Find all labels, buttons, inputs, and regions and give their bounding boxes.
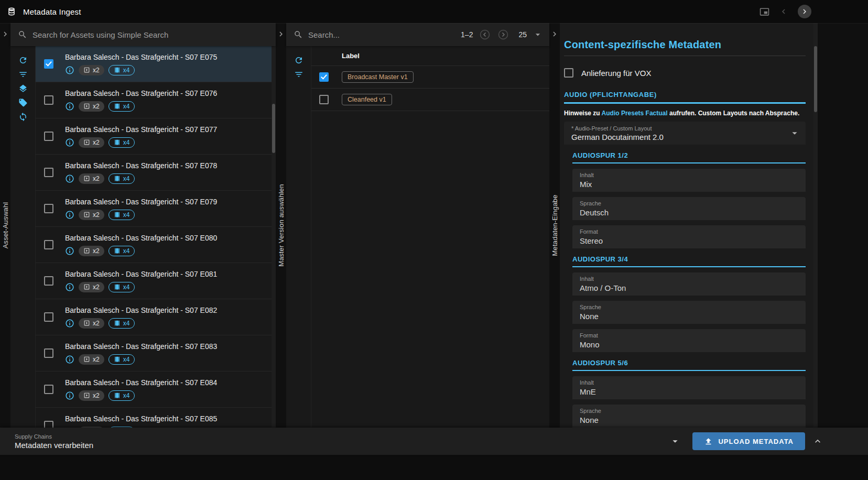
- vox-checkbox-label: Anlieferung für VOX: [581, 69, 651, 78]
- asset-checkbox[interactable]: [44, 204, 53, 213]
- asset-search-input[interactable]: [32, 30, 269, 39]
- version-search-input[interactable]: [308, 30, 455, 39]
- info-icon[interactable]: [65, 246, 74, 256]
- info-icon[interactable]: [65, 355, 74, 364]
- asset-checkbox[interactable]: [44, 240, 53, 249]
- chevron-right-icon[interactable]: [276, 29, 286, 39]
- version-checkbox[interactable]: [319, 72, 329, 82]
- section-underline: [564, 102, 806, 104]
- asset-row[interactable]: Barbara Salesch - Das Strafgericht - S07…: [36, 335, 272, 372]
- asset-checkbox[interactable]: [44, 276, 53, 286]
- upload-metadata-button[interactable]: UPLOAD METADATA: [692, 432, 805, 450]
- info-icon[interactable]: [65, 210, 74, 220]
- filmstrip-icon: [114, 283, 121, 290]
- asset-row[interactable]: Barbara Salesch - Das Strafgericht - S07…: [36, 408, 272, 428]
- metadata-field[interactable]: Inhalt Mix: [572, 169, 806, 192]
- asset-row[interactable]: Barbara Salesch - Das Strafgericht - S07…: [36, 155, 272, 191]
- asset-checkbox[interactable]: [44, 385, 53, 394]
- asset-row[interactable]: Barbara Salesch - Das Strafgericht - S07…: [36, 82, 272, 118]
- asset-checkbox[interactable]: [44, 95, 53, 105]
- picture-in-picture-icon[interactable]: [760, 7, 769, 17]
- caret-down-icon[interactable]: [669, 435, 681, 447]
- version-row[interactable]: Cleanfeed v1: [311, 89, 549, 111]
- asset-row[interactable]: Barbara Salesch - Das Strafgericht - S07…: [36, 263, 272, 299]
- previous-page-icon[interactable]: [479, 28, 491, 41]
- supply-chain-select[interactable]: Supply Chains Metadaten verarbeiten: [15, 433, 681, 450]
- audio-preset-select[interactable]: * Audio-Preset / Custom Layout German Do…: [564, 122, 806, 145]
- asset-row[interactable]: Barbara Salesch - Das Strafgericht - S07…: [36, 299, 272, 335]
- film-count-badge: x4: [108, 173, 135, 184]
- asset-title: Barbara Salesch - Das Strafgericht - S07…: [65, 161, 217, 170]
- caret-down-icon[interactable]: [789, 127, 800, 139]
- film-count-label: x4: [123, 284, 130, 290]
- asset-panel-vertical-label: Asset-Auswahl: [2, 202, 9, 249]
- metadata-field[interactable]: Sprache Deutsch: [572, 197, 806, 220]
- audio-presets-link[interactable]: Audio Presets Factual: [602, 110, 668, 117]
- metadata-field[interactable]: Inhalt MnE: [572, 376, 806, 399]
- vox-delivery-checkbox-row[interactable]: Anlieferung für VOX: [564, 68, 806, 78]
- asset-row[interactable]: Barbara Salesch - Das Strafgericht - S07…: [36, 191, 272, 227]
- layers-icon[interactable]: [18, 84, 28, 93]
- asset-checkbox[interactable]: [44, 312, 53, 322]
- sync-icon[interactable]: [18, 112, 28, 122]
- version-rows: Broadcast Master v1 Cleanfeed v1: [311, 66, 549, 111]
- metadata-field[interactable]: Sprache None: [572, 405, 806, 428]
- metadata-field[interactable]: Format Mono: [572, 329, 806, 352]
- chevron-right-icon[interactable]: [550, 29, 559, 39]
- film-count-label: x4: [123, 139, 130, 146]
- asset-checkbox[interactable]: [44, 421, 53, 428]
- filter-icon[interactable]: [294, 70, 303, 79]
- film-count-badge: x4: [108, 282, 135, 292]
- asset-list-scrollbar[interactable]: [272, 46, 276, 428]
- info-icon[interactable]: [65, 102, 74, 111]
- info-icon[interactable]: [65, 391, 74, 400]
- field-value: None: [580, 416, 799, 424]
- video-icon: [83, 356, 90, 363]
- asset-row[interactable]: Barbara Salesch - Das Strafgericht - S07…: [36, 227, 272, 263]
- asset-checkbox[interactable]: [44, 132, 53, 141]
- film-count-label: x4: [123, 176, 130, 182]
- preset-label: * Audio-Preset / Custom Layout: [571, 125, 664, 132]
- chevron-right-icon[interactable]: [1, 29, 10, 39]
- field-label: Format: [580, 228, 799, 235]
- info-icon[interactable]: [65, 174, 74, 183]
- info-icon[interactable]: [65, 319, 74, 328]
- refresh-icon[interactable]: [18, 56, 28, 65]
- metadata-field[interactable]: Inhalt Atmo / O-Ton: [572, 272, 806, 296]
- info-icon[interactable]: [65, 282, 74, 292]
- asset-row[interactable]: Barbara Salesch - Das Strafgericht - S07…: [36, 118, 272, 155]
- asset-checkbox[interactable]: [44, 348, 53, 358]
- next-page-icon[interactable]: [497, 28, 509, 41]
- asset-checkbox[interactable]: [44, 168, 53, 177]
- film-count-label: x4: [123, 212, 130, 218]
- caret-down-icon[interactable]: [533, 29, 543, 40]
- asset-title: Barbara Salesch - Das Strafgericht - S07…: [65, 342, 217, 351]
- metadata-field[interactable]: Format Stereo: [572, 225, 806, 248]
- info-icon[interactable]: [65, 138, 74, 147]
- scrollbar-thumb[interactable]: [814, 46, 817, 112]
- page-size-value[interactable]: 25: [518, 30, 527, 39]
- chevron-right-icon[interactable]: [798, 5, 811, 18]
- audio-section-heading: AUDIO (PFLICHTANGABE): [564, 91, 806, 99]
- version-row[interactable]: Broadcast Master v1: [311, 66, 549, 89]
- version-checkbox[interactable]: [319, 95, 329, 104]
- chevron-up-icon[interactable]: [812, 436, 823, 446]
- video-count-label: x2: [93, 67, 100, 73]
- track-heading: AUDIOSPUR 3/4: [572, 255, 806, 263]
- film-count-label: x4: [123, 67, 130, 73]
- vox-checkbox[interactable]: [564, 68, 573, 78]
- tag-icon[interactable]: [18, 98, 28, 107]
- refresh-icon[interactable]: [294, 56, 303, 65]
- preset-value: German Docutainment 2.0: [571, 133, 664, 141]
- scrollbar-thumb[interactable]: [272, 104, 275, 153]
- info-icon[interactable]: [65, 66, 74, 75]
- chevron-left-icon[interactable]: [777, 5, 790, 18]
- metadata-scrollbar[interactable]: [813, 23, 818, 428]
- app-window: Metadata Ingest Asset-Auswahl: [0, 0, 868, 480]
- filter-icon[interactable]: [18, 70, 28, 79]
- metadata-field[interactable]: Sprache None: [572, 301, 806, 324]
- video-count-label: x2: [93, 139, 100, 146]
- asset-row[interactable]: Barbara Salesch - Das Strafgericht - S07…: [36, 46, 272, 82]
- asset-checkbox[interactable]: [44, 59, 53, 69]
- asset-row[interactable]: Barbara Salesch - Das Strafgericht - S07…: [36, 372, 272, 408]
